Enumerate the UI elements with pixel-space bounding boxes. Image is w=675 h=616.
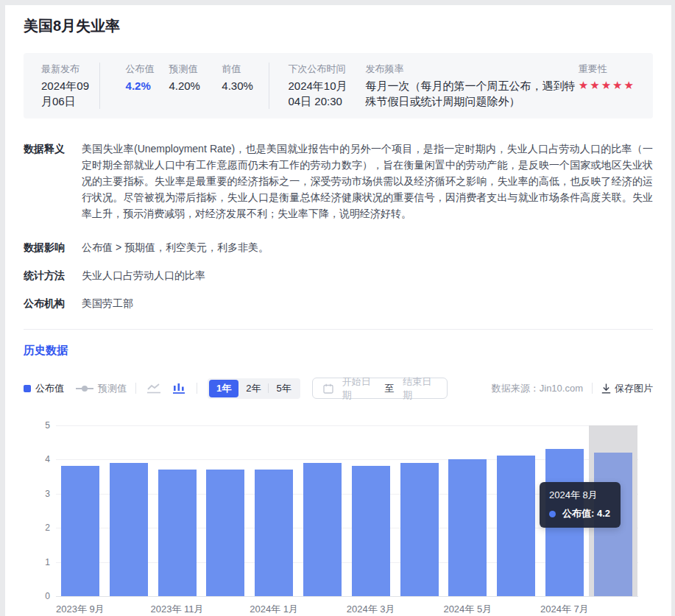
chart-tooltip: 2024年 8月公布值: 4.2 [540,482,621,528]
info-row-agency: 公布机构 美国劳工部 [24,295,653,311]
bar-chart-icon[interactable] [170,381,188,396]
gridline [56,596,638,597]
history-bar-chart[interactable]: 0123452023年 9月2023年 11月2024年 1月2024年 3月2… [24,413,653,616]
x-axis-label: 2023年 9月 [36,603,124,616]
save-image-button[interactable]: 保存图片 [601,382,653,395]
stat-value: 每月一次（每月的第一个周五公布，遇到特殊节假日或统计周期问题除外） [366,78,579,109]
info-text: 美国劳工部 [82,295,653,311]
info-text: 美国失业率(Unemployment Rate)，也是美国就业报告中的另外一个项… [82,141,653,222]
x-axis-label: 2023年 11月 [133,603,222,616]
legend-published[interactable]: 公布值 [24,382,64,395]
stat-published: 公布值 4.2% [126,63,158,93]
stat-importance: 重要性 ★★★★★ [579,63,635,93]
bar-2023年 9月[interactable] [61,466,99,596]
indicator-info: 数据释义 美国失业率(Unemployment Rate)，也是美国就业报告中的… [24,141,653,311]
legend-label: 预测值 [98,382,127,395]
x-axis-label: 2024年 7月 [520,603,609,616]
info-label: 公布机构 [24,295,69,311]
range-tab-1y[interactable]: 1年 [209,380,238,397]
bar-2023年 12月[interactable] [206,470,244,596]
line-chart-icon[interactable] [145,381,163,396]
bar-2024年 4月[interactable] [400,463,439,596]
y-axis-tick: 5 [28,420,50,431]
stat-label: 最新发布 [41,63,99,76]
stat-value: 2024年09月06日 [41,78,99,109]
start-date-input[interactable]: 开始日期 [342,375,376,402]
stat-forecast: 预测值 4.20% [169,63,213,93]
info-text: 失业人口占劳动人口的比率 [82,267,653,283]
calendar-icon [323,383,333,394]
section-divider [24,329,653,330]
divider [99,63,100,109]
legend-forecast[interactable]: 预测值 [76,382,127,395]
page-title: 美国8月失业率 [24,16,653,36]
stat-label: 前值 [222,63,268,76]
tab-history-data[interactable]: 历史数据 [24,344,68,358]
stat-label: 预测值 [169,63,213,76]
divider [197,383,197,394]
bar-2023年 10月[interactable] [110,463,148,596]
save-image-label: 保存图片 [615,382,653,395]
y-axis-tick: 0 [28,591,50,601]
stat-value: 2024年10月04日 20:30 [288,78,349,109]
range-tab-2y[interactable]: 2年 [238,380,268,397]
x-axis-label: 2024年 1月 [230,603,318,616]
x-axis-label: 2024年 3月 [327,603,415,616]
stat-label: 公布值 [126,63,158,76]
bar-2024年 2月[interactable] [303,463,342,596]
legend-line-dot-icon [76,385,93,392]
bar-2024年 6月[interactable] [497,456,535,596]
info-label: 数据释义 [24,141,69,222]
y-axis-tick: 3 [28,489,50,499]
info-row-impact: 数据影响 公布值 > 预期值，利空美元，利多非美。 [24,239,653,255]
stat-frequency: 发布频率 每月一次（每月的第一个周五公布，遇到特殊节假日或统计周期问题除外） [366,63,579,109]
series-dot-icon [549,511,556,517]
content-card: 美国8月失业率 最新发布 2024年09月06日 公布值 4.2% 预测值 4.… [5,5,671,616]
info-row-method: 统计方法 失业人口占劳动人口的比率 [24,267,653,283]
y-axis-tick: 4 [28,454,50,464]
data-source: 数据来源：Jin10.com [492,382,583,395]
info-label: 数据影响 [24,239,69,255]
bar-2023年 11月[interactable] [158,470,197,596]
stats-bar: 最新发布 2024年09月06日 公布值 4.2% 预测值 4.20% 前值 4… [24,53,653,118]
bar-2024年 1月[interactable] [255,470,293,596]
bar-2024年 5月[interactable] [448,459,487,596]
download-icon [601,383,611,394]
divider [135,383,136,394]
y-axis-tick: 2 [28,523,50,533]
stat-latest-release: 最新发布 2024年09月06日 [41,63,99,109]
tooltip-value: 公布值: 4.2 [549,507,610,520]
info-label: 统计方法 [24,267,69,283]
date-range-picker[interactable]: 开始日期 至 结束日期 [312,378,448,399]
end-date-input[interactable]: 结束日期 [403,375,437,402]
chart-controls: 公布值 预测值 1年 2年 [24,378,653,399]
divider [269,63,269,109]
range-tabs: 1年 2年 5年 [208,378,300,399]
stat-value: 4.20% [169,78,213,93]
info-row-definition: 数据释义 美国失业率(Unemployment Rate)，也是美国就业报告中的… [24,141,653,222]
x-axis-label: 2024年 5月 [423,603,512,616]
divider [592,383,593,394]
date-separator: 至 [384,382,394,395]
range-tab-5y[interactable]: 5年 [269,380,298,397]
gridline [56,425,638,426]
info-text: 公布值 > 预期值，利空美元，利多非美。 [82,239,653,255]
tooltip-title: 2024年 8月 [549,489,610,502]
stat-label: 重要性 [579,63,635,76]
published-value: 4.2% [126,78,158,93]
legend-square-icon [24,385,31,392]
bar-2024年 3月[interactable] [352,466,390,596]
stat-label: 发布频率 [366,63,579,76]
legend-label: 公布值 [35,382,64,395]
stat-next-release: 下次公布时间 2024年10月04日 20:30 [288,63,349,109]
importance-stars: ★★★★★ [579,78,635,93]
controls-right: 数据来源：Jin10.com 保存图片 [492,382,653,395]
y-axis-tick: 1 [28,557,50,567]
stat-label: 下次公布时间 [288,63,349,76]
stat-previous: 前值 4.30% [222,63,268,93]
stat-value: 4.30% [222,78,268,93]
